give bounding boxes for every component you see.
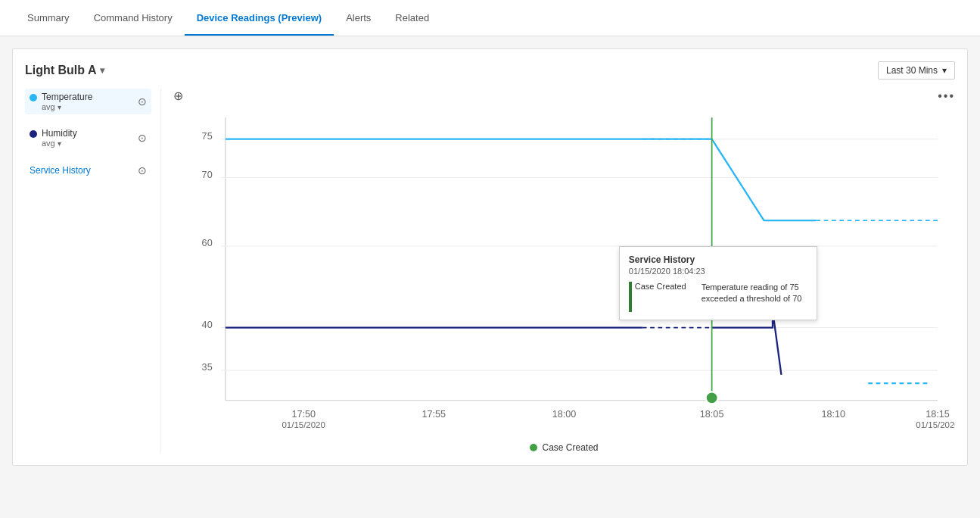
- temperature-chevron[interactable]: ▾: [58, 103, 61, 111]
- device-dropdown-icon[interactable]: ▾: [100, 65, 104, 76]
- svg-text:18:10: 18:10: [822, 409, 846, 420]
- content-area: Temperature avg ▾ ⊙ Humid: [25, 89, 955, 453]
- temperature-sub: avg ▾: [42, 102, 92, 111]
- svg-text:75: 75: [202, 131, 213, 142]
- temperature-eye-icon[interactable]: ⊙: [138, 95, 147, 108]
- svg-text:60: 60: [202, 238, 213, 248]
- svg-text:17:50: 17:50: [291, 409, 316, 420]
- tab-command-history[interactable]: Command History: [82, 2, 185, 36]
- temperature-dot: [30, 94, 37, 101]
- svg-text:17:55: 17:55: [422, 409, 446, 420]
- tab-alerts[interactable]: Alerts: [334, 2, 383, 36]
- more-options-icon[interactable]: •••: [938, 89, 955, 103]
- legend-bottom: Case Created: [173, 442, 955, 453]
- service-history-label: Service History: [30, 165, 91, 176]
- chart-top-icons: ⊕ •••: [173, 89, 955, 103]
- svg-text:01/15/2020: 01/15/2020: [282, 420, 325, 429]
- humidity-dot: [30, 130, 37, 138]
- chart-area: ⊕ ••• 75 70 60 40 35: [161, 89, 955, 453]
- svg-text:18:05: 18:05: [700, 409, 724, 420]
- humidity-chevron[interactable]: ▾: [58, 139, 61, 148]
- time-selector-label: Last 30 Mins: [886, 65, 938, 76]
- device-title[interactable]: Light Bulb A ▾: [25, 64, 104, 77]
- svg-text:70: 70: [202, 170, 213, 180]
- humidity-text: Humidity avg ▾: [42, 128, 77, 148]
- tab-device-readings[interactable]: Device Readings (Preview): [185, 2, 334, 36]
- svg-text:35: 35: [202, 362, 213, 373]
- main-content: Light Bulb A ▾ Last 30 Mins ▾ Temperatur…: [0, 36, 980, 478]
- svg-text:40: 40: [202, 320, 213, 330]
- case-created-dot: [530, 444, 537, 451]
- chart-wrapper: 75 70 60 40 35: [173, 109, 955, 435]
- legend-temperature[interactable]: Temperature avg ▾ ⊙: [25, 89, 151, 114]
- svg-point-16: [706, 392, 718, 404]
- svg-text:01/15/2020: 01/15/2020: [916, 420, 955, 429]
- device-name-label: Light Bulb A: [25, 64, 97, 77]
- temperature-text: Temperature avg ▾: [42, 92, 92, 111]
- legend-humidity[interactable]: Humidity avg ▾ ⊙: [25, 125, 151, 151]
- time-selector[interactable]: Last 30 Mins ▾: [878, 61, 955, 80]
- legend-humidity-left: Humidity avg ▾: [30, 128, 77, 148]
- humidity-sub: avg ▾: [42, 139, 77, 148]
- card-header: Light Bulb A ▾ Last 30 Mins ▾: [25, 61, 955, 80]
- left-panel: Temperature avg ▾ ⊙ Humid: [25, 89, 161, 453]
- svg-text:18:15: 18:15: [926, 409, 950, 420]
- humidity-label: Humidity: [42, 128, 77, 139]
- tab-summary[interactable]: Summary: [15, 2, 82, 36]
- time-selector-icon: ▾: [942, 65, 947, 76]
- humidity-eye-icon[interactable]: ⊙: [138, 132, 147, 144]
- svg-text:18:00: 18:00: [552, 409, 577, 420]
- layers-icon[interactable]: ⊕: [173, 89, 183, 103]
- temperature-label: Temperature: [42, 92, 92, 102]
- tab-bar: Summary Command History Device Readings …: [0, 0, 980, 36]
- service-history-eye-icon[interactable]: ⊙: [138, 164, 147, 176]
- service-history-link[interactable]: Service History ⊙: [25, 161, 151, 179]
- device-readings-card: Light Bulb A ▾ Last 30 Mins ▾ Temperatur…: [12, 48, 968, 466]
- tab-related[interactable]: Related: [383, 2, 441, 36]
- case-created-label: Case Created: [542, 442, 598, 453]
- legend-temperature-left: Temperature avg ▾: [30, 92, 92, 111]
- chart-svg: 75 70 60 40 35: [173, 109, 955, 435]
